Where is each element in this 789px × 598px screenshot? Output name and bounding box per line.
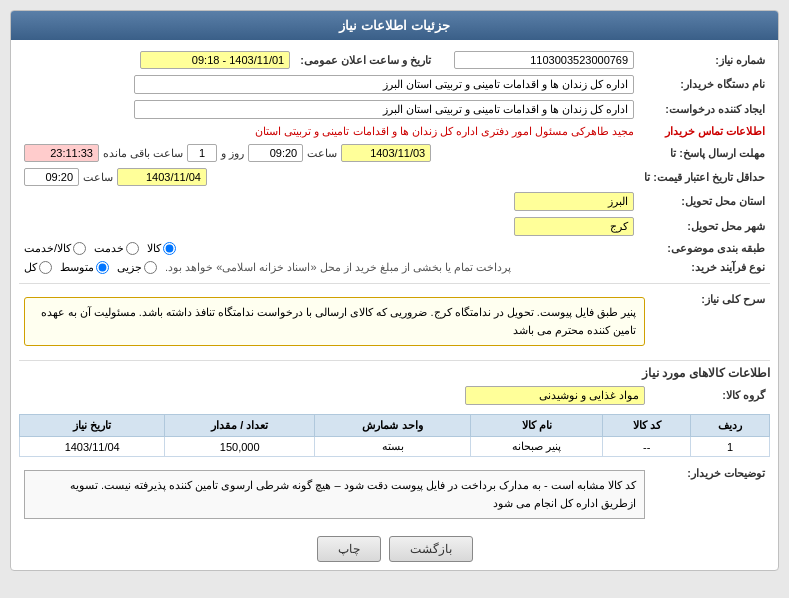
date-time-label: تاریخ و ساعت اعلان عمومی: — [295, 48, 439, 72]
category-goods-label: کالا — [147, 242, 161, 255]
table-row: 1--پنیر صبحانهبسته150,0001403/11/04 — [20, 437, 770, 457]
category-goods-service-label: کالا/خدمت — [24, 242, 71, 255]
goods-group-label: گروه کالا: — [650, 383, 770, 408]
buyer-notes-label: توضیحات خریدار: — [650, 463, 770, 526]
category-service-label: خدمت — [94, 242, 124, 255]
purchase-type-label: نوع فرآیند خرید: — [639, 258, 770, 277]
province-label: استان محل تحویل: — [639, 189, 770, 214]
price-deadline-label: حداقل تاریخ اعتبار قیمت: تا — [639, 165, 770, 189]
col-unit: واحد شمارش — [315, 415, 471, 437]
need-desc-text: پنیر طبق فایل پیوست. تحویل در ندامتگاه ک… — [24, 297, 645, 346]
city-value: کرج — [514, 217, 634, 236]
purchase-type-medium[interactable]: متوسط — [60, 261, 109, 274]
goods-group-value: مواد غذایی و نوشیدنی — [465, 386, 645, 405]
need-number-label: شماره نیاز: — [639, 48, 770, 72]
cell-quantity: 150,000 — [165, 437, 315, 457]
divider-1 — [19, 283, 770, 284]
contact-person: مجید طاهرکی مسئول امور دفتری اداره کل زن… — [255, 125, 634, 137]
category-option-goods-service[interactable]: کالا/خدمت — [24, 242, 86, 255]
purchase-type-total-label: کل — [24, 261, 37, 274]
buyer-org-label: نام دستگاه خریدار: — [639, 72, 770, 97]
need-number-value: 1103003523000769 — [454, 51, 634, 69]
price-deadline-date: 1403/11/04 — [117, 168, 207, 186]
cell-name: پنیر صبحانه — [470, 437, 602, 457]
date-time-value: 1403/11/01 - 09:18 — [140, 51, 290, 69]
col-code: کد کالا — [603, 415, 691, 437]
col-name: نام کالا — [470, 415, 602, 437]
send-deadline-time: 09:20 — [248, 144, 303, 162]
send-deadline-remaining: 23:11:33 — [24, 144, 99, 162]
category-label: طبقه بندی موضوعی: — [639, 239, 770, 258]
requester-value: اداره کل زندان ها و اقدامات تامینی و ترب… — [134, 100, 634, 119]
send-deadline-label: مهلت ارسال پاسخ: تا — [639, 141, 770, 165]
row-label: روز و — [221, 147, 244, 160]
divider-2 — [19, 360, 770, 361]
col-row: ردیف — [691, 415, 770, 437]
price-deadline-time: 09:20 — [24, 168, 79, 186]
contact-label: اطلاعات تماس خریدار — [639, 122, 770, 141]
print-button[interactable]: چاپ — [317, 536, 381, 562]
category-option-goods[interactable]: کالا — [147, 242, 176, 255]
category-option-service[interactable]: خدمت — [94, 242, 139, 255]
purchase-type-total[interactable]: کل — [24, 261, 52, 274]
requester-label: ایجاد کننده درخواست: — [639, 97, 770, 122]
back-button[interactable]: بازگشت — [389, 536, 473, 562]
cell-unit: بسته — [315, 437, 471, 457]
purchase-type-partial[interactable]: جزیی — [117, 261, 157, 274]
province-value: البرز — [514, 192, 634, 211]
send-deadline-date: 1403/11/03 — [341, 144, 431, 162]
purchase-type-medium-label: متوسط — [60, 261, 94, 274]
purchase-type-partial-label: جزیی — [117, 261, 142, 274]
cell-row: 1 — [691, 437, 770, 457]
remaining-label: ساعت باقی مانده — [103, 147, 183, 160]
price-hour-label: ساعت — [83, 171, 113, 184]
need-desc-title: سرح کلی نیاز: — [650, 289, 770, 354]
panel-title: جزئیات اطلاعات نیاز — [11, 11, 778, 40]
city-label: شهر محل تحویل: — [639, 214, 770, 239]
cell-date: 1403/11/04 — [20, 437, 165, 457]
buttons-row: بازگشت چاپ — [19, 536, 770, 562]
goods-table: ردیف کد کالا نام کالا واحد شمارش تعداد /… — [19, 414, 770, 457]
buyer-notes-text: کد کالا مشابه است - به مدارک برداخت در ف… — [24, 470, 645, 519]
goods-info-title: اطلاعات کالاهای مورد نیاز — [19, 366, 770, 380]
hour-label: ساعت — [307, 147, 337, 160]
col-date: تاریخ نیاز — [20, 415, 165, 437]
cell-code: -- — [603, 437, 691, 457]
col-quantity: تعداد / مقدار — [165, 415, 315, 437]
purchase-note: پرداخت تمام یا بخشی از مبلغ خرید از محل … — [165, 261, 511, 274]
send-deadline-days: 1 — [187, 144, 217, 162]
buyer-org-value: اداره کل زندان ها و اقدامات تامینی و ترب… — [134, 75, 634, 94]
